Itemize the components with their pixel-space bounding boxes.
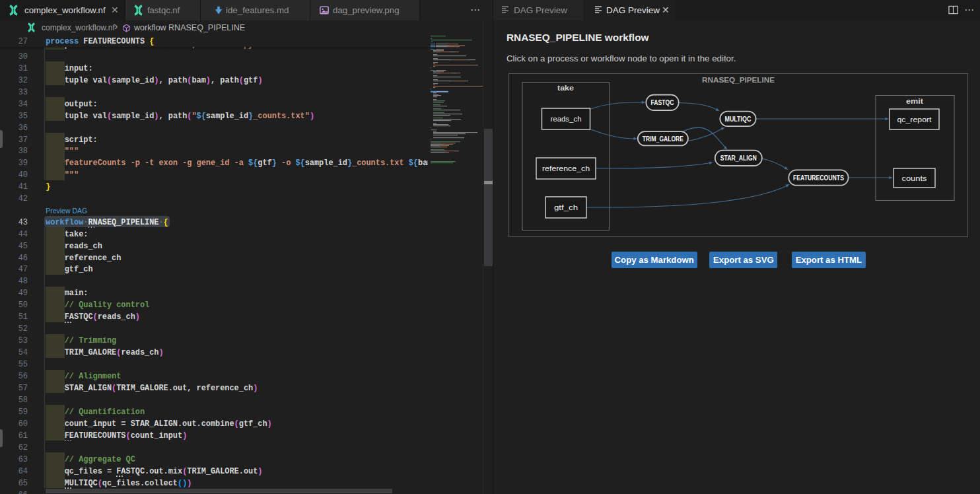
svg-text:FASTQC: FASTQC xyxy=(651,98,674,106)
svg-text:reference_ch: reference_ch xyxy=(542,164,590,172)
svg-text:RNASEQ_PIPELINE: RNASEQ_PIPELINE xyxy=(702,76,775,84)
svg-text:TRIM_GALORE: TRIM_GALORE xyxy=(643,134,683,142)
svg-text:FEATURECOUNTS: FEATURECOUNTS xyxy=(793,173,844,181)
svg-text:take: take xyxy=(557,84,574,92)
svg-text:qc_report: qc_report xyxy=(897,115,932,123)
svg-text:counts: counts xyxy=(902,174,927,182)
svg-text:gtf_ch: gtf_ch xyxy=(554,203,578,211)
svg-text:emit: emit xyxy=(906,97,923,105)
svg-text:MULTIQC: MULTIQC xyxy=(724,114,751,122)
svg-text:reads_ch: reads_ch xyxy=(551,115,582,123)
svg-text:STAR_ALIGN: STAR_ALIGN xyxy=(720,154,757,162)
